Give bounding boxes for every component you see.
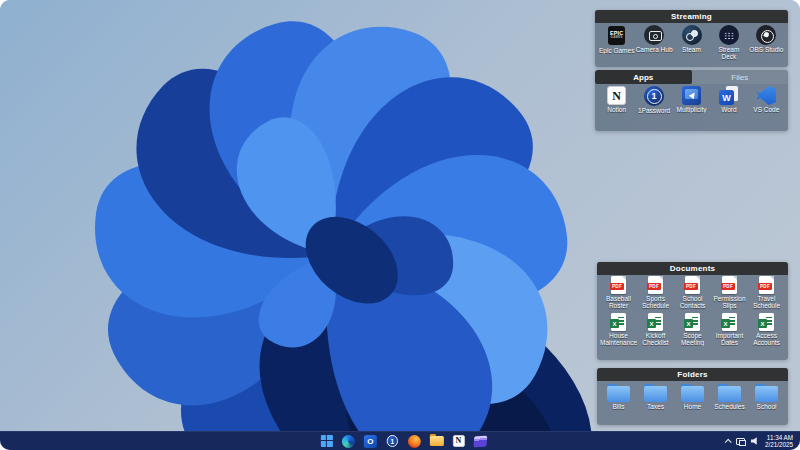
- 1password-icon: 1: [644, 86, 664, 106]
- windows-logo-icon: [320, 435, 332, 447]
- pdf-file-icon: PDF: [722, 276, 737, 294]
- edge-button[interactable]: [341, 434, 356, 449]
- excel-badge: X: [758, 319, 767, 328]
- tab-apps[interactable]: Apps: [595, 70, 692, 84]
- icon-label: VS Code: [748, 106, 785, 113]
- folder-icon-school[interactable]: School: [748, 383, 785, 410]
- file-label: Baseball Roster: [600, 295, 637, 310]
- icon-label: Word: [710, 106, 747, 113]
- clock[interactable]: 11:34 AM 2/21/2025: [765, 434, 793, 449]
- icon-label: 1Password: [635, 107, 672, 114]
- 1password-icon: 1: [386, 435, 399, 448]
- media-player-icon: [473, 435, 487, 447]
- folder-icon: [644, 386, 667, 402]
- desktop-icon-steam[interactable]: Steam: [673, 25, 710, 61]
- file-icon-important-dates[interactable]: X Important Dates: [711, 313, 748, 347]
- file-label: Important Dates: [711, 332, 748, 347]
- word-icon: W: [719, 86, 739, 105]
- notion-letter: N: [612, 90, 621, 102]
- fence-folders-title: Folders: [677, 370, 707, 379]
- fence-documents-title: Documents: [670, 264, 715, 273]
- multiplicity-icon: [682, 86, 701, 105]
- desktop-icon-stream-deck[interactable]: Stream Deck: [710, 25, 747, 61]
- file-label: House Maintenance: [600, 332, 637, 347]
- desktop-icon-epic-games[interactable]: EPIC GAMES Epic Games: [598, 25, 635, 61]
- fence-folders-header[interactable]: Folders: [597, 368, 788, 381]
- epic-wordmark-sub: GAMES: [611, 36, 623, 40]
- 1password-button[interactable]: 1: [385, 434, 400, 449]
- fence-apps-tabbar: Apps Files: [595, 70, 788, 84]
- desktop-screen: Streaming EPIC GAMES Epic Games Camera H…: [0, 0, 800, 450]
- folder-icon: [607, 386, 630, 402]
- pdf-file-icon: PDF: [685, 276, 700, 294]
- excel-badge: X: [684, 319, 693, 328]
- file-icon-school-contacts[interactable]: PDF School Contacts: [674, 276, 711, 310]
- chevron-up-icon: [725, 438, 732, 445]
- 1password-digit: 1: [652, 92, 657, 101]
- desktop-icon-multiplicity[interactable]: Multiplicity: [673, 86, 710, 114]
- edge-icon: [342, 435, 355, 448]
- tray-overflow-button[interactable]: [725, 439, 730, 444]
- folder-label: Bills: [600, 403, 637, 410]
- desktop-icon-vs-code[interactable]: VS Code: [748, 86, 785, 114]
- excel-file-icon: X: [722, 313, 737, 331]
- file-icon-house-maintenance[interactable]: X House Maintenance: [600, 313, 637, 347]
- folder-icon-schedules[interactable]: Schedules: [711, 383, 748, 410]
- file-icon-kickoff-checklist[interactable]: X Kickoff Checklist: [637, 313, 674, 347]
- fence-streaming-header[interactable]: Streaming: [595, 10, 788, 23]
- excel-file-icon: X: [648, 313, 663, 331]
- fence-apps-files: Apps Files N Notion 1 1Password Multipli…: [595, 70, 788, 131]
- pdf-file-icon: PDF: [759, 276, 774, 294]
- folder-icon-home[interactable]: Home: [674, 383, 711, 410]
- clock-date: 2/21/2025: [765, 441, 793, 448]
- volume-button[interactable]: [751, 437, 759, 445]
- folder-icon-bills[interactable]: Bills: [600, 383, 637, 410]
- icon-label: Multiplicity: [673, 106, 710, 113]
- excel-badge: X: [721, 319, 730, 328]
- firefox-button[interactable]: [407, 434, 422, 449]
- fence-documents-header[interactable]: Documents: [597, 262, 788, 275]
- fence-documents: Documents PDF Baseball Roster PDF Sports…: [597, 262, 788, 360]
- desktop-icon-1password[interactable]: 1 1Password: [635, 86, 672, 114]
- file-icon-permission-slips[interactable]: PDF Permission Slips: [711, 276, 748, 310]
- outlook-icon: O: [364, 435, 377, 448]
- system-tray: 11:34 AM 2/21/2025: [725, 432, 793, 450]
- network-button[interactable]: [736, 438, 745, 445]
- desktop-icon-camera-hub[interactable]: Camera Hub: [635, 25, 672, 61]
- taskbar: O 1 N 11:34 AM 2/21/2025: [0, 431, 800, 450]
- media-player-button[interactable]: [473, 434, 488, 449]
- icon-label: Epic Games: [598, 47, 635, 54]
- notion-button[interactable]: N: [451, 434, 466, 449]
- folder-icon: [681, 386, 704, 402]
- file-icon-sports-schedule[interactable]: PDF Sports Schedule: [637, 276, 674, 310]
- word-letter: W: [719, 90, 734, 105]
- fence-apps-body: N Notion 1 1Password Multiplicity W Word: [595, 84, 788, 117]
- steam-icon: [682, 25, 702, 45]
- desktop-icon-notion[interactable]: N Notion: [598, 86, 635, 114]
- desktop-icon-word[interactable]: W Word: [710, 86, 747, 114]
- excel-file-icon: X: [759, 313, 774, 331]
- file-icon-scope-meeting[interactable]: X Scope Meeting: [674, 313, 711, 347]
- start-button[interactable]: [319, 434, 334, 449]
- folder-label: Home: [674, 403, 711, 410]
- notion-icon: N: [607, 86, 626, 105]
- folder-label: School: [748, 403, 785, 410]
- desktop-icon-obs-studio[interactable]: OBS Studio: [748, 25, 785, 61]
- folder-label: Schedules: [711, 403, 748, 410]
- volume-icon: [751, 437, 759, 445]
- file-label: Scope Meeting: [674, 332, 711, 347]
- tab-files[interactable]: Files: [692, 70, 789, 84]
- folder-icon: [718, 386, 741, 402]
- file-icon-access-accounts[interactable]: X Access Accounts: [748, 313, 785, 347]
- taskbar-center-icons: O 1 N: [319, 432, 488, 450]
- file-explorer-button[interactable]: [429, 434, 444, 449]
- fence-streaming: Streaming EPIC GAMES Epic Games Camera H…: [595, 10, 788, 67]
- stream-deck-icon: [719, 25, 739, 45]
- file-icon-travel-schedule[interactable]: PDF Travel Schedule: [748, 276, 785, 310]
- folder-icon-taxes[interactable]: Taxes: [637, 383, 674, 410]
- outlook-button[interactable]: O: [363, 434, 378, 449]
- file-label: Sports Schedule: [637, 295, 674, 310]
- excel-badge: X: [610, 319, 619, 328]
- file-icon-baseball-roster[interactable]: PDF Baseball Roster: [600, 276, 637, 310]
- notion-icon: N: [452, 435, 464, 447]
